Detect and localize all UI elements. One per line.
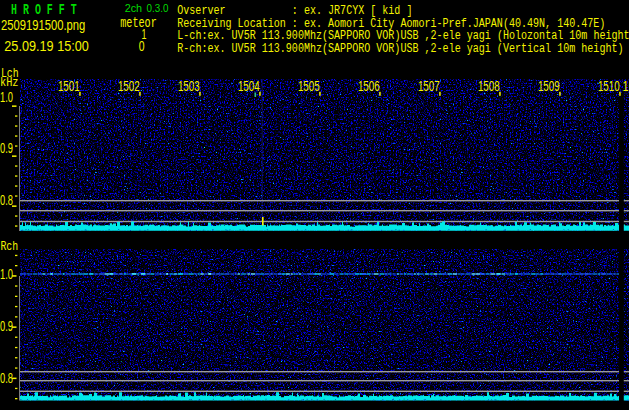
svg-text:H R O F F T: H R O F F T — [11, 2, 77, 18]
svg-text:16: 16 — [623, 78, 629, 94]
svg-text:0.8: 0.8 — [0, 370, 13, 386]
svg-text:0.3.0: 0.3.0 — [147, 2, 169, 14]
svg-text:1.0: 1.0 — [0, 266, 13, 282]
svg-text:1505: 1505 — [298, 78, 320, 94]
svg-text:0.8: 0.8 — [0, 192, 13, 208]
svg-text:1508: 1508 — [478, 78, 500, 94]
svg-text:2509191500.png: 2509191500.png — [1, 17, 85, 33]
svg-text:1501: 1501 — [58, 78, 80, 94]
svg-text:1.0: 1.0 — [0, 89, 13, 105]
svg-text:1507: 1507 — [418, 78, 440, 94]
svg-text:1506: 1506 — [358, 78, 380, 94]
svg-text:0.9: 0.9 — [0, 318, 13, 334]
svg-text:meteor: meteor — [120, 15, 157, 31]
svg-text:0.9: 0.9 — [0, 140, 13, 156]
svg-text:1504: 1504 — [238, 78, 260, 94]
svg-text:1502: 1502 — [118, 78, 140, 94]
svg-text:2ch: 2ch — [125, 2, 142, 14]
svg-text:1510: 1510 — [598, 78, 620, 94]
svg-text:Rch: Rch — [0, 239, 18, 254]
svg-text:1509: 1509 — [538, 78, 560, 94]
svg-text:0: 0 — [139, 38, 145, 54]
svg-text:1503: 1503 — [178, 78, 200, 94]
svg-text:R-ch:ex. UV5R 113.900Mhz(SAPPO: R-ch:ex. UV5R 113.900Mhz(SAPPORO VOR)USB… — [177, 42, 623, 56]
svg-text:25.09.19 15:00: 25.09.19 15:00 — [4, 38, 89, 54]
